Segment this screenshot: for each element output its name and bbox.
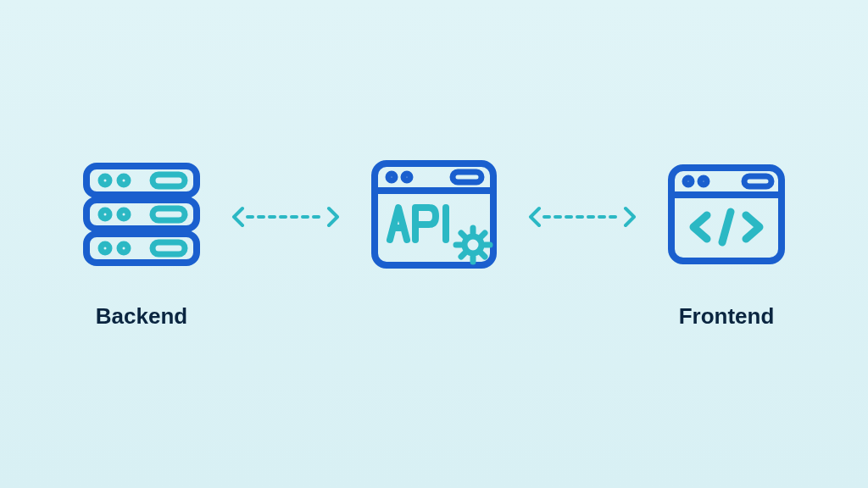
backend-node: Backend bbox=[78, 159, 205, 330]
api-node: . bbox=[366, 159, 502, 330]
server-stack-icon bbox=[78, 159, 205, 269]
bidirectional-arrow-icon bbox=[527, 204, 637, 230]
svg-rect-26 bbox=[744, 176, 771, 186]
svg-point-10 bbox=[120, 244, 128, 252]
bidirectional-arrow-icon bbox=[231, 204, 341, 230]
svg-point-15 bbox=[388, 174, 395, 180]
svg-point-7 bbox=[120, 210, 128, 219]
svg-line-27 bbox=[722, 212, 731, 242]
svg-rect-17 bbox=[453, 172, 481, 182]
code-window-icon bbox=[663, 159, 790, 269]
svg-rect-5 bbox=[153, 175, 185, 186]
svg-point-9 bbox=[101, 244, 109, 252]
frontend-node: Frontend bbox=[663, 159, 790, 330]
svg-point-16 bbox=[403, 174, 410, 180]
svg-point-20 bbox=[465, 236, 481, 253]
svg-point-25 bbox=[700, 178, 707, 185]
frontend-label: Frontend bbox=[679, 303, 775, 330]
svg-point-24 bbox=[685, 178, 692, 185]
api-window-icon bbox=[366, 159, 502, 269]
svg-point-3 bbox=[101, 176, 109, 185]
backend-label: Backend bbox=[96, 303, 187, 330]
architecture-diagram: Backend bbox=[0, 159, 868, 330]
svg-rect-8 bbox=[153, 208, 185, 220]
svg-point-4 bbox=[120, 176, 128, 185]
svg-rect-11 bbox=[153, 242, 185, 254]
svg-point-6 bbox=[101, 210, 109, 219]
